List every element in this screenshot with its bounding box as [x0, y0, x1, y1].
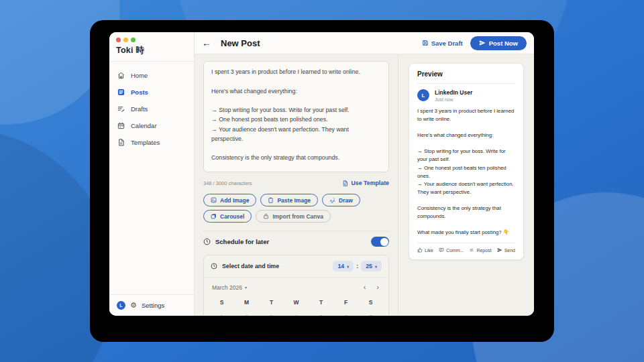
back-button[interactable]: ← [202, 38, 211, 48]
preview-author-row: L LinkedIn User Just now [417, 89, 515, 102]
lock-icon [263, 213, 269, 219]
image-icon [211, 197, 217, 203]
device-frame: Toki 時 Home Posts Drafts Calendar [90, 20, 554, 342]
preview-column: Preview L LinkedIn User Just now I spent… [398, 54, 534, 316]
calendar-date[interactable]: 6 [333, 314, 358, 316]
settings-label: Settings [142, 302, 164, 309]
sidebar-item-label: Home [131, 72, 148, 79]
send-icon [497, 247, 502, 253]
prev-month-button[interactable]: ‹ [364, 284, 366, 291]
close-window-icon[interactable] [116, 38, 121, 42]
repost-icon [469, 247, 474, 253]
schedule-toggle-row: Schedule for later [203, 231, 389, 251]
paste-image-button[interactable]: Paste Image [260, 194, 318, 206]
calendar-date[interactable]: 1 [209, 314, 234, 316]
maximize-window-icon[interactable] [131, 38, 136, 42]
comment-icon [439, 247, 444, 253]
add-image-button[interactable]: Add Image [203, 194, 256, 206]
next-month-button[interactable]: › [376, 284, 379, 291]
clock-icon [203, 238, 211, 245]
like-button[interactable]: Like [417, 247, 433, 253]
calendar-date[interactable]: 5 [309, 314, 333, 316]
hour-select[interactable]: 14 ▾ [333, 261, 354, 272]
calendar-dates-row: 1 2 3 4 5 6 7 [204, 306, 388, 316]
media-buttons: Add Image Paste Image Draw Carousel [203, 194, 371, 223]
home-icon [117, 72, 125, 79]
calendar-icon [117, 122, 125, 129]
main-area: ← New Post Save Draft Post Now I spe [195, 32, 534, 316]
sidebar-item-calendar[interactable]: Calendar [109, 117, 194, 134]
preview-title: Preview [417, 70, 515, 78]
datetime-row: Select date and time 14 ▾ : 25 ▾ [204, 255, 388, 277]
comment-button[interactable]: Comm... [439, 247, 464, 253]
use-template-button[interactable]: Use Template [342, 180, 389, 186]
schedule-toggle[interactable] [371, 237, 389, 247]
preview-divider [417, 83, 515, 84]
toggle-knob [380, 238, 388, 246]
post-editor[interactable]: I spent 3 years in product before I lear… [203, 61, 389, 172]
post-timestamp: Just now [435, 97, 472, 102]
editor-column: I spent 3 years in product before I lear… [195, 54, 398, 316]
send-icon [479, 40, 486, 46]
chevron-down-icon: ▾ [347, 264, 349, 269]
app-window: Toki 時 Home Posts Drafts Calendar [109, 32, 534, 316]
send-button[interactable]: Send [497, 247, 515, 253]
clock-icon [211, 263, 217, 269]
layers-icon [211, 213, 217, 219]
calendar-date[interactable]: 7 [358, 314, 383, 316]
author-name: LinkedIn User [435, 89, 472, 96]
window-controls [116, 38, 187, 42]
posts-icon [117, 88, 125, 96]
carousel-button[interactable]: Carousel [203, 210, 252, 223]
schedule-card: Select date and time 14 ▾ : 25 ▾ [203, 255, 389, 316]
save-icon [422, 40, 429, 46]
page-title: New Post [221, 38, 260, 48]
minimize-window-icon[interactable] [123, 38, 128, 42]
drafts-icon [117, 105, 125, 113]
page-header: ← New Post Save Draft Post Now [195, 32, 534, 54]
calendar-date[interactable]: 4 [284, 314, 309, 316]
month-select[interactable]: March 2026 ▾ [212, 284, 247, 291]
sidebar-header: Toki 時 [109, 32, 194, 62]
chevron-down-icon: ▾ [375, 264, 377, 269]
sidebar-item-label: Posts [131, 88, 148, 96]
sidebar-nav: Home Posts Drafts Calendar Templates [109, 62, 194, 151]
sidebar-item-templates[interactable]: Templates [109, 134, 194, 151]
import-canva-button[interactable]: Import from Canva [256, 210, 331, 223]
time-colon: : [356, 263, 358, 269]
save-draft-button[interactable]: Save Draft [422, 40, 463, 47]
character-count: 348 / 3000 characters [203, 180, 252, 186]
preview-actions: Like Comm... Repost [417, 243, 515, 253]
calendar-date[interactable]: 3 [259, 314, 284, 316]
draw-button[interactable]: Draw [322, 194, 360, 206]
gear-icon: ⚙ [130, 302, 137, 309]
repost-button[interactable]: Repost [469, 247, 491, 253]
sidebar-item-label: Drafts [131, 105, 148, 113]
preview-card: Preview L LinkedIn User Just now I spent… [409, 63, 524, 260]
calendar-header: March 2026 ▾ ‹ › [204, 278, 388, 292]
schedule-label: Schedule for later [215, 238, 269, 245]
post-now-button[interactable]: Post Now [470, 36, 527, 50]
chevron-down-icon: ▾ [245, 285, 247, 290]
sidebar-item-home[interactable]: Home [109, 67, 194, 84]
clipboard-icon [268, 197, 274, 203]
select-datetime-label: Select date and time [222, 263, 279, 269]
calendar-date[interactable]: 2 [234, 314, 259, 316]
avatar: L [417, 89, 429, 101]
weekday-headers: S M T W T F S [204, 292, 388, 306]
sidebar-item-posts[interactable]: Posts [109, 84, 194, 101]
content-area: I spent 3 years in product before I lear… [195, 54, 534, 316]
sidebar-item-label: Templates [131, 139, 160, 146]
minute-select[interactable]: 25 ▾ [361, 261, 382, 272]
preview-post-text: I spent 3 years in product before I lear… [417, 107, 515, 237]
template-doc-icon [342, 180, 348, 186]
thumbs-up-icon [417, 247, 423, 253]
user-avatar[interactable]: L [117, 301, 125, 310]
sidebar-item-label: Calendar [131, 122, 157, 129]
sidebar-settings[interactable]: L ⚙ Settings [109, 294, 194, 316]
sidebar: Toki 時 Home Posts Drafts Calendar [109, 32, 195, 316]
templates-icon [117, 139, 125, 146]
sidebar-item-drafts[interactable]: Drafts [109, 101, 194, 117]
app-logo: Toki 時 [116, 45, 187, 56]
scribble-icon [329, 197, 335, 203]
